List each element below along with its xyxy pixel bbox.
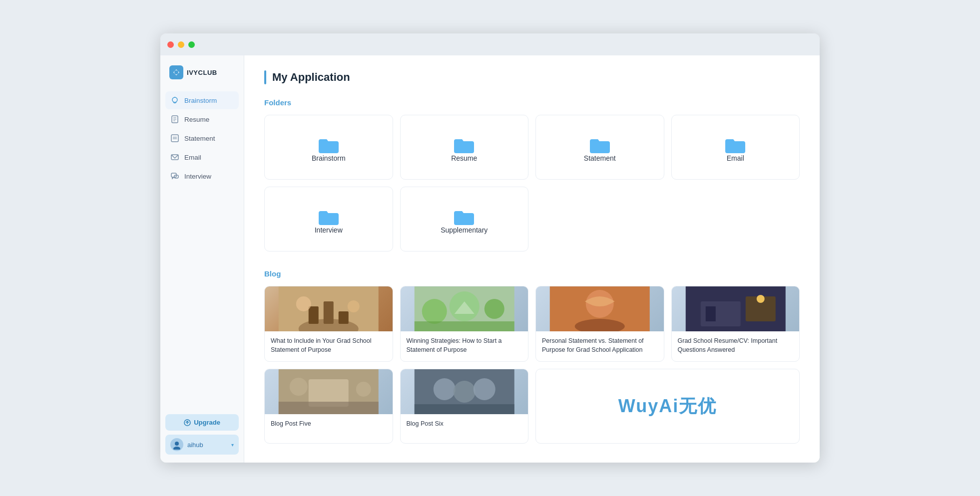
page-title: My Application xyxy=(272,71,350,84)
sidebar-item-interview[interactable]: Interview xyxy=(165,167,239,185)
blog-image-4 xyxy=(672,286,800,331)
upgrade-button[interactable]: Upgrade xyxy=(165,414,239,431)
blog-card-5[interactable]: Blog Post Five xyxy=(264,369,393,444)
svg-point-1 xyxy=(174,70,178,74)
svg-rect-19 xyxy=(309,306,319,324)
blog-thumb-3 xyxy=(536,286,664,331)
avatar xyxy=(170,438,183,451)
folder-icon-statement xyxy=(589,136,611,154)
svg-rect-46 xyxy=(414,404,514,414)
blog-title-1: What to Include in Your Grad School Stat… xyxy=(265,331,393,361)
folder-icon-email xyxy=(724,136,746,154)
avatar-icon xyxy=(172,440,182,450)
sidebar-item-resume[interactable]: Resume xyxy=(165,110,239,128)
blog-image-3 xyxy=(536,286,664,331)
svg-point-40 xyxy=(290,378,308,396)
svg-rect-20 xyxy=(324,301,334,324)
folder-resume[interactable]: Resume xyxy=(400,115,529,180)
blog-thumb-4 xyxy=(672,286,800,331)
blog-title-3: Personal Statement vs. Statement of Purp… xyxy=(536,331,664,361)
svg-point-43 xyxy=(433,378,455,400)
svg-point-22 xyxy=(296,296,311,311)
blog-card-3[interactable]: Personal Statement vs. Statement of Purp… xyxy=(535,286,664,362)
svg-point-44 xyxy=(453,381,475,403)
folder-resume-label: Resume xyxy=(451,154,477,162)
svg-point-25 xyxy=(422,299,447,324)
sidebar-item-resume-label: Resume xyxy=(184,116,209,123)
logo-icon xyxy=(169,65,183,79)
folder-brainstorm-label: Brainstorm xyxy=(312,154,346,162)
svg-point-45 xyxy=(473,378,495,400)
svg-rect-8 xyxy=(171,135,178,142)
blog-card-4[interactable]: Grad School Resume/CV: Important Questio… xyxy=(671,286,800,362)
svg-rect-39 xyxy=(279,402,379,414)
sidebar-bottom: Upgrade aihub ▾ xyxy=(160,409,244,455)
sidebar-item-statement[interactable]: Statement xyxy=(165,129,239,147)
watermark-text: WuyAi无优 xyxy=(618,394,717,419)
blog-thumb-6 xyxy=(401,369,528,414)
folder-email-label: Email xyxy=(727,154,744,162)
app-window: IVYCLUB Brainstorm xyxy=(160,33,820,463)
page-header-bar xyxy=(264,70,266,84)
sidebar-item-brainstorm[interactable]: Brainstorm xyxy=(165,91,239,109)
user-name: aihub xyxy=(187,441,203,449)
folder-icon-resume xyxy=(453,136,475,154)
folder-brainstorm[interactable]: Brainstorm xyxy=(264,115,393,180)
logo-text: IVYCLUB xyxy=(187,69,217,76)
blog-card-1[interactable]: What to Include in Your Grad School Stat… xyxy=(264,286,393,362)
minimize-button[interactable] xyxy=(178,41,184,48)
blog-card-2[interactable]: Winning Strategies: How to Start a State… xyxy=(400,286,529,362)
statement-icon xyxy=(170,134,179,143)
sidebar-item-brainstorm-label: Brainstorm xyxy=(184,97,217,104)
sidebar-item-email-label: Email xyxy=(184,154,201,161)
blog-grid-row1: What to Include in Your Grad School Stat… xyxy=(264,286,800,362)
traffic-lights xyxy=(167,41,195,48)
upgrade-label: Upgrade xyxy=(194,419,220,426)
chevron-down-icon: ▾ xyxy=(231,442,234,448)
svg-point-15 xyxy=(175,442,179,446)
brainstorm-icon xyxy=(170,96,179,105)
sidebar-logo: IVYCLUB xyxy=(160,65,244,91)
titlebar xyxy=(160,33,820,55)
folder-icon-interview xyxy=(318,208,340,226)
svg-point-2 xyxy=(172,97,177,102)
blog-title-6: Blog Post Six xyxy=(401,414,528,435)
folders-section-title: Folders xyxy=(264,98,800,107)
watermark-card: WuyAi无优 xyxy=(535,369,800,444)
svg-point-23 xyxy=(348,300,360,312)
sidebar-item-interview-label: Interview xyxy=(184,173,211,180)
page-header: My Application xyxy=(264,70,800,84)
folder-email[interactable]: Email xyxy=(671,115,800,180)
blog-thumb-2 xyxy=(401,286,528,331)
svg-point-26 xyxy=(484,299,504,319)
blog-card-6[interactable]: Blog Post Six xyxy=(400,369,529,444)
fullscreen-button[interactable] xyxy=(188,41,195,48)
folder-icon-brainstorm xyxy=(318,136,340,154)
folder-interview[interactable]: Interview xyxy=(264,187,393,251)
sidebar: IVYCLUB Brainstorm xyxy=(160,55,244,463)
upgrade-icon xyxy=(184,419,191,426)
blog-grid-row2: Blog Post Five Blog Post Six xyxy=(264,369,800,444)
blog-thumb-1 xyxy=(265,286,393,331)
blog-image-6 xyxy=(401,369,528,414)
interview-icon xyxy=(170,172,179,181)
folder-statement[interactable]: Statement xyxy=(535,115,664,180)
svg-point-41 xyxy=(356,382,371,397)
svg-rect-36 xyxy=(705,306,715,321)
folder-supplementary-label: Supplementary xyxy=(441,226,488,234)
main-content: My Application Folders Brainstorm xyxy=(244,55,820,463)
sidebar-item-email[interactable]: Email xyxy=(165,148,239,166)
user-button[interactable]: aihub ▾ xyxy=(165,435,239,455)
close-button[interactable] xyxy=(167,41,174,48)
blog-title-2: Winning Strategies: How to Start a State… xyxy=(401,331,528,361)
folder-interview-label: Interview xyxy=(315,226,343,234)
blog-thumb-5 xyxy=(265,369,393,414)
blog-image-2 xyxy=(401,286,528,331)
email-icon xyxy=(170,153,179,162)
svg-point-16 xyxy=(173,447,180,450)
resume-icon xyxy=(170,115,179,124)
blog-image-5 xyxy=(265,369,393,414)
folders-grid-row2: Interview Supplementary xyxy=(264,187,800,251)
folder-supplementary[interactable]: Supplementary xyxy=(400,187,529,251)
blog-section-title: Blog xyxy=(264,269,800,278)
